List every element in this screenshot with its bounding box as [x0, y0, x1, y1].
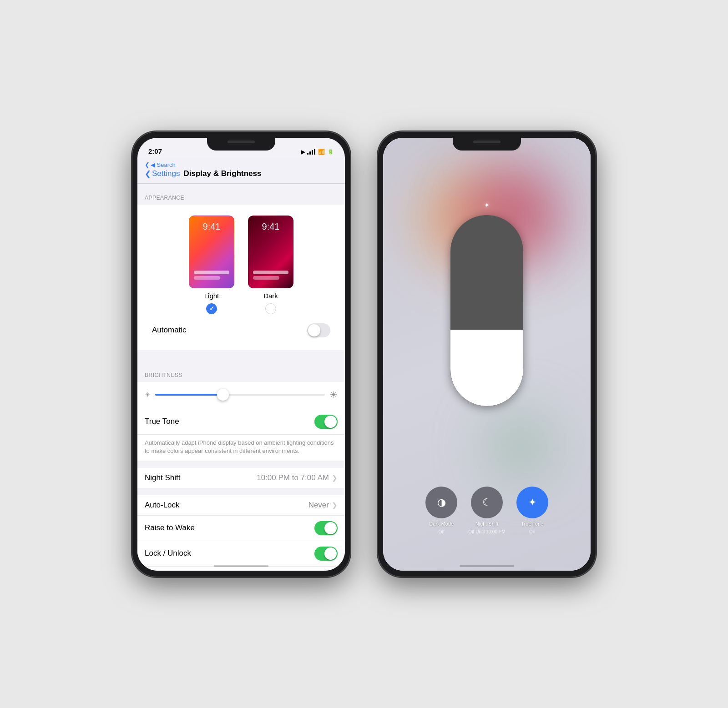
- notch: [207, 138, 275, 151]
- brightness-pill[interactable]: [450, 215, 523, 406]
- brightness-section-header: BRIGHTNESS: [137, 365, 345, 382]
- raise-to-wake-label: Raise to Wake: [145, 523, 314, 532]
- home-indicator: [214, 565, 268, 567]
- sun-icon-area: ✦: [484, 201, 490, 209]
- light-radio[interactable]: [206, 303, 217, 314]
- brightness-pill-fill: [450, 330, 523, 406]
- chevron-left-icon: ❮: [145, 161, 150, 168]
- right-phone: ✦ ◑ Dark Mode Off: [378, 131, 596, 577]
- separator-1: [137, 357, 345, 365]
- night-shift-cc-circle: ☾: [471, 487, 503, 518]
- bg-blob-green: [486, 412, 554, 480]
- true-tone-cc-button[interactable]: ✦ True Tone On: [516, 487, 548, 534]
- lock-unlock-toggle-thumb: [324, 547, 337, 560]
- left-phone: 2:07 ▶ 📶 🔋: [132, 131, 350, 577]
- signal-bars: [307, 149, 315, 155]
- night-shift-value: 10:00 PM to 7:00 AM: [257, 473, 329, 482]
- lock-unlock-toggle[interactable]: [314, 547, 338, 561]
- dark-mode-circle: ◑: [425, 487, 457, 518]
- thumb-bar-4: [253, 276, 279, 280]
- night-shift-section: Night Shift 10:00 PM to 7:00 AM ❯: [137, 468, 345, 488]
- brightness-slider-thumb[interactable]: [217, 389, 229, 401]
- dark-mode-button[interactable]: ◑ Dark Mode Off: [425, 487, 457, 534]
- appearance-options: 9:41 Light 9:41: [145, 212, 338, 318]
- automatic-row: Automatic: [145, 318, 338, 343]
- thumb-bar-1: [194, 271, 229, 274]
- nav-bar: ❮ ◀ Search ❮ Settings Display & Brightne…: [137, 158, 345, 184]
- true-tone-description: Automatically adapt iPhone display based…: [137, 435, 345, 461]
- raise-to-wake-row: Raise to Wake: [137, 516, 345, 541]
- nav-title: Display & Brightness: [183, 169, 261, 178]
- phones-container: 2:07 ▶ 📶 🔋: [132, 131, 596, 577]
- light-label: Light: [204, 292, 219, 300]
- thumb-bar-2: [194, 276, 220, 280]
- speaker: [228, 141, 255, 143]
- signal-bar-1: [307, 153, 308, 155]
- dark-mode-label: Dark Mode: [429, 521, 454, 527]
- night-shift-cc-sublabel: Off Until 10:00 PM: [468, 529, 506, 534]
- right-notch: [453, 138, 521, 151]
- light-option[interactable]: 9:41 Light: [189, 216, 234, 314]
- dark-mode-icon: ◑: [437, 497, 446, 508]
- back-chevron-icon: ❮: [145, 169, 151, 179]
- automatic-label: Automatic: [152, 326, 307, 335]
- night-shift-label: Night Shift: [145, 473, 257, 482]
- back-label: Settings: [152, 169, 180, 178]
- right-home-indicator: [460, 565, 514, 567]
- light-time: 9:41: [189, 221, 234, 232]
- lock-unlock-row: Lock / Unlock: [137, 541, 345, 566]
- right-phone-screen: ✦ ◑ Dark Mode Off: [383, 138, 591, 571]
- true-tone-cc-label: True Tone: [521, 521, 543, 527]
- dark-time: 9:41: [248, 221, 293, 232]
- battery-icon: 🔋: [328, 149, 334, 155]
- dark-radio[interactable]: [265, 303, 276, 314]
- signal-bar-2: [309, 151, 311, 155]
- settings-content: APPEARANCE 9:41 Light: [137, 184, 345, 571]
- settings-back-button[interactable]: ❮ Settings: [145, 169, 180, 179]
- separator-2: [137, 461, 345, 468]
- true-tone-row: True Tone: [137, 409, 345, 435]
- raise-to-wake-toggle-thumb: [324, 522, 337, 534]
- appearance-section: 9:41 Light 9:41: [137, 205, 345, 350]
- right-speaker: [473, 141, 500, 143]
- night-shift-cc-icon: ☾: [482, 497, 491, 508]
- automatic-toggle[interactable]: [307, 323, 330, 337]
- search-back-label: ◀ Search: [151, 161, 176, 168]
- automatic-toggle-thumb: [308, 324, 320, 336]
- night-shift-cc-label: Night Shift: [475, 521, 499, 527]
- true-tone-toggle-thumb: [324, 416, 337, 428]
- auto-lock-row[interactable]: Auto-Lock Never ❯: [137, 495, 345, 516]
- dark-option[interactable]: 9:41 Dark: [248, 216, 293, 314]
- auto-lock-chevron-icon: ❯: [332, 501, 338, 509]
- raise-to-wake-toggle[interactable]: [314, 521, 338, 535]
- lock-section: Auto-Lock Never ❯ Raise to Wake Lock / U…: [137, 495, 345, 566]
- signal-bar-3: [312, 150, 313, 155]
- brightness-cc-screen: ✦ ◑ Dark Mode Off: [383, 138, 591, 571]
- location-icon: ▶: [301, 149, 305, 155]
- nav-title-row: ❮ Settings Display & Brightness: [145, 169, 338, 179]
- true-tone-cc-icon: ✦: [528, 497, 536, 508]
- sun-icon: ✦: [484, 201, 490, 209]
- true-tone-cc-sublabel: On: [529, 529, 535, 534]
- night-shift-cc-button[interactable]: ☾ Night Shift Off Until 10:00 PM: [468, 487, 506, 534]
- status-icons: 📶 🔋: [307, 149, 334, 155]
- search-back: ❮ ◀ Search: [145, 161, 338, 168]
- brightness-slider-fill: [155, 394, 223, 396]
- auto-lock-value: Never: [308, 501, 329, 510]
- light-thumbnail: 9:41: [189, 216, 234, 288]
- brightness-min-icon: ☀: [145, 391, 151, 398]
- brightness-max-icon: ☀: [329, 389, 338, 400]
- settings-screen: 2:07 ▶ 📶 🔋: [137, 138, 345, 571]
- true-tone-toggle[interactable]: [314, 415, 338, 429]
- dark-thumbnail: 9:41: [248, 216, 293, 288]
- auto-lock-label: Auto-Lock: [145, 501, 308, 510]
- signal-bar-4: [314, 149, 315, 155]
- brightness-slider-row: ☀ ☀: [145, 387, 338, 404]
- brightness-section: ☀ ☀: [137, 382, 345, 409]
- night-shift-chevron-icon: ❯: [332, 474, 338, 482]
- night-shift-row[interactable]: Night Shift 10:00 PM to 7:00 AM ❯: [137, 468, 345, 488]
- left-phone-screen: 2:07 ▶ 📶 🔋: [137, 138, 345, 571]
- brightness-slider-track[interactable]: [155, 394, 325, 396]
- true-tone-cc-circle: ✦: [516, 487, 548, 518]
- true-tone-label: True Tone: [145, 417, 314, 426]
